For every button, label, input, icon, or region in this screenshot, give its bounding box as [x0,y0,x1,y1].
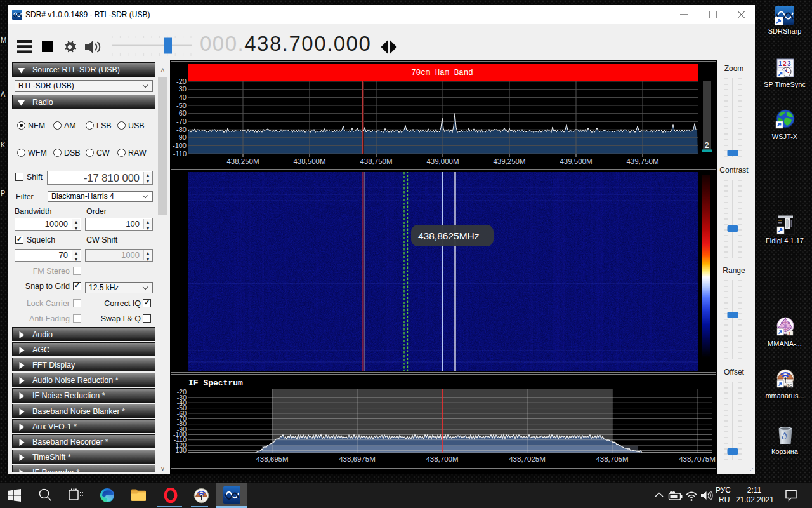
svg-text:.3: .3 [787,331,791,335]
svg-text:9С: 9С [787,384,792,387]
svg-text:-30: -30 [176,85,187,93]
svg-text:-60: -60 [176,109,187,117]
svg-text:439,000M: 439,000M [426,157,459,165]
svg-text:-40: -40 [176,93,187,101]
svg-text:-80: -80 [176,126,187,133]
svg-text:1: 1 [778,60,782,67]
svg-text:438,695M: 438,695M [256,455,288,463]
svg-text:IF Spectrum: IF Spectrum [188,378,243,388]
svg-text:-70: -70 [176,117,187,125]
svg-text:-50: -50 [176,102,187,109]
svg-text:70cm Ham Band: 70cm Ham Band [411,69,473,77]
svg-text:438,7075M: 438,7075M [679,455,716,463]
svg-text:438,6975M: 438,6975M [339,455,376,463]
svg-text:438,705M: 438,705M [596,455,628,463]
svg-text:2: 2 [704,140,709,150]
svg-text:3: 3 [787,60,791,67]
svg-text:-20: -20 [176,77,187,85]
svg-text:439,250M: 439,250M [493,157,525,165]
svg-text:-110: -110 [173,150,187,157]
svg-text:438,250M: 438,250M [226,157,259,165]
svg-text:-100: -100 [173,142,187,149]
svg-text:438,700M: 438,700M [426,455,458,463]
svg-text:438,8625MHz: 438,8625MHz [418,231,480,241]
svg-text:439,500M: 439,500M [560,157,592,165]
svg-text:-90: -90 [176,133,187,141]
svg-text:439,750M: 439,750M [626,157,658,165]
svg-text:438,500M: 438,500M [293,157,325,165]
svg-text:438,750M: 438,750M [360,157,392,165]
svg-text:438,7025M: 438,7025M [509,455,546,463]
svg-text:2: 2 [783,60,787,67]
svg-text:-130: -130 [173,446,187,454]
